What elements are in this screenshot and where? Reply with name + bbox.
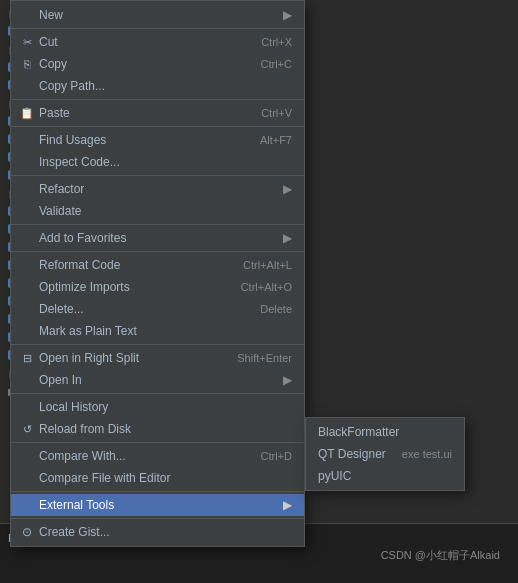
- menu-item-label: Compare File with Editor: [39, 471, 170, 485]
- menu-separator: [11, 175, 304, 176]
- menu-separator: [11, 518, 304, 519]
- arrow-icon: ▶: [283, 8, 292, 22]
- menu-item-label: Cut: [39, 35, 58, 49]
- menu-item-cut[interactable]: ✂ Cut Ctrl+X: [11, 31, 304, 53]
- menu-item-label: External Tools: [39, 498, 114, 512]
- shortcut-label: Ctrl+Alt+O: [241, 281, 292, 293]
- arrow-icon: ▶: [283, 231, 292, 245]
- reload-icon: ↺: [19, 421, 35, 437]
- arrow-icon: ▶: [283, 373, 292, 387]
- menu-item-open-split[interactable]: ⊟ Open in Right Split Shift+Enter: [11, 347, 304, 369]
- menu-item-label: Copy Path...: [39, 79, 105, 93]
- shortcut-label: Ctrl+X: [261, 36, 292, 48]
- shortcut-label: Ctrl+C: [261, 58, 292, 70]
- arrow-icon: ▶: [283, 498, 292, 512]
- extra-label: exe test.ui: [402, 448, 452, 460]
- menu-item-copy[interactable]: ⎘ Copy Ctrl+C: [11, 53, 304, 75]
- menu-item-reload[interactable]: ↺ Reload from Disk: [11, 418, 304, 440]
- shortcut-label: Delete: [260, 303, 292, 315]
- submenu-item-qt-designer[interactable]: QT Designer exe test.ui: [306, 443, 464, 465]
- menu-item-optimize-imports[interactable]: Optimize Imports Ctrl+Alt+O: [11, 276, 304, 298]
- menu-separator: [11, 99, 304, 100]
- menu-item-label: Delete...: [39, 302, 84, 316]
- menu-item-compare-editor[interactable]: Compare File with Editor: [11, 467, 304, 489]
- menu-item-local-history[interactable]: Local History: [11, 396, 304, 418]
- shortcut-label: Ctrl+V: [261, 107, 292, 119]
- menu-item-label: Open in Right Split: [39, 351, 139, 365]
- shortcut-label: Shift+Enter: [237, 352, 292, 364]
- context-menu: New ▶ ✂ Cut Ctrl+X ⎘ Copy Ctrl+C Copy Pa…: [10, 0, 305, 547]
- menu-separator: [11, 224, 304, 225]
- menu-item-add-favorites[interactable]: Add to Favorites ▶: [11, 227, 304, 249]
- submenu-item-blackformatter[interactable]: BlackFormatter: [306, 421, 464, 443]
- menu-item-validate[interactable]: Validate: [11, 200, 304, 222]
- menu-item-external-tools[interactable]: External Tools ▶: [11, 494, 304, 516]
- paste-icon: 📋: [19, 105, 35, 121]
- menu-item-reformat[interactable]: Reformat Code Ctrl+Alt+L: [11, 254, 304, 276]
- split-icon: ⊟: [19, 350, 35, 366]
- menu-separator: [11, 442, 304, 443]
- menu-item-mark-plain[interactable]: Mark as Plain Text: [11, 320, 304, 342]
- menu-separator: [11, 344, 304, 345]
- menu-item-compare-with[interactable]: Compare With... Ctrl+D: [11, 445, 304, 467]
- menu-separator: [11, 126, 304, 127]
- submenu-item-label: pyUIC: [318, 469, 351, 483]
- shortcut-label: Ctrl+D: [261, 450, 292, 462]
- menu-item-label: Paste: [39, 106, 70, 120]
- menu-item-new[interactable]: New ▶: [11, 4, 304, 26]
- menu-item-label: Inspect Code...: [39, 155, 120, 169]
- menu-separator: [11, 28, 304, 29]
- ide-background: 📁 tok P tok 📁 lean P lean_a P level1 📁 l…: [0, 0, 518, 583]
- menu-item-paste[interactable]: 📋 Paste Ctrl+V: [11, 102, 304, 124]
- menu-item-create-gist[interactable]: ⊙ Create Gist...: [11, 521, 304, 543]
- submenu-item-label: QT Designer: [318, 447, 386, 461]
- menu-item-label: Create Gist...: [39, 525, 110, 539]
- menu-item-label: Optimize Imports: [39, 280, 130, 294]
- scissors-icon: ✂: [19, 34, 35, 50]
- menu-separator: [11, 251, 304, 252]
- menu-item-label: New: [39, 8, 63, 22]
- github-icon: ⊙: [19, 524, 35, 540]
- menu-item-label: Reformat Code: [39, 258, 120, 272]
- menu-separator: [11, 393, 304, 394]
- external-tools-submenu: BlackFormatter QT Designer exe test.ui p…: [305, 417, 465, 491]
- menu-item-open-in[interactable]: Open In ▶: [11, 369, 304, 391]
- menu-item-label: Refactor: [39, 182, 84, 196]
- menu-item-inspect-code[interactable]: Inspect Code...: [11, 151, 304, 173]
- menu-item-label: Add to Favorites: [39, 231, 126, 245]
- submenu-item-pyuic[interactable]: pyUIC: [306, 465, 464, 487]
- menu-item-find-usages[interactable]: Find Usages Alt+F7: [11, 129, 304, 151]
- arrow-icon: ▶: [283, 182, 292, 196]
- menu-item-label: Find Usages: [39, 133, 106, 147]
- menu-item-delete[interactable]: Delete... Delete: [11, 298, 304, 320]
- menu-item-label: Local History: [39, 400, 108, 414]
- copy-icon: ⎘: [19, 56, 35, 72]
- shortcut-label: Alt+F7: [260, 134, 292, 146]
- credit-text: CSDN @小红帽子Alkaid: [8, 548, 510, 563]
- submenu-item-label: BlackFormatter: [318, 425, 399, 439]
- menu-item-label: Mark as Plain Text: [39, 324, 137, 338]
- menu-separator: [11, 491, 304, 492]
- menu-item-label: Validate: [39, 204, 81, 218]
- menu-item-label: Open In: [39, 373, 82, 387]
- menu-item-copy-path[interactable]: Copy Path...: [11, 75, 304, 97]
- menu-item-refactor[interactable]: Refactor ▶: [11, 178, 304, 200]
- menu-item-label: Copy: [39, 57, 67, 71]
- menu-item-label: Reload from Disk: [39, 422, 131, 436]
- menu-item-label: Compare With...: [39, 449, 126, 463]
- shortcut-label: Ctrl+Alt+L: [243, 259, 292, 271]
